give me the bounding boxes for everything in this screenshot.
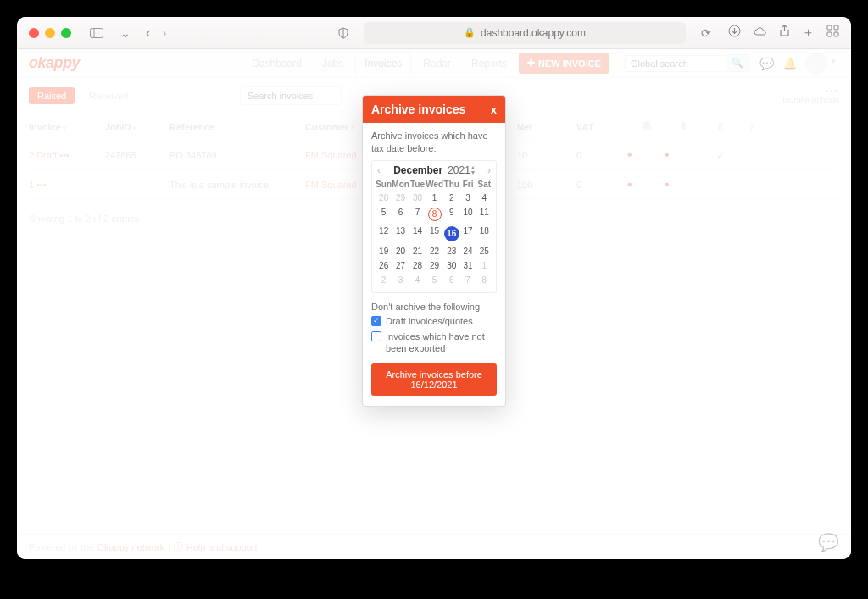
user-avatar[interactable]	[805, 53, 827, 75]
tab-received[interactable]: Received	[80, 86, 137, 105]
bell-icon[interactable]: 🔔	[782, 57, 797, 70]
calendar-day[interactable]: 29	[426, 258, 443, 273]
calendar-day[interactable]: 28	[409, 258, 426, 273]
calendar-day[interactable]: 12	[376, 224, 392, 244]
cell-print-status[interactable]: •	[627, 177, 665, 192]
calendar-day[interactable]: 1	[426, 191, 443, 205]
search-invoices-input[interactable]	[240, 86, 342, 105]
calendar-day[interactable]: 13	[392, 224, 409, 244]
address-bar[interactable]: 🔒 dashboard.okappy.com	[364, 22, 686, 44]
lock-icon: 🔒	[464, 27, 476, 38]
nav-radar[interactable]: Radar	[415, 53, 459, 75]
calendar-day[interactable]: 5	[376, 205, 392, 224]
chat-icon[interactable]: 💬	[760, 57, 774, 70]
th-invoice[interactable]: Invoice	[29, 122, 105, 132]
cell-download-status[interactable]: •	[665, 147, 702, 163]
exclude-drafts-row[interactable]: Draft invoices/quotes	[371, 315, 497, 327]
calendar-day: 28	[376, 191, 392, 205]
archive-submit-button[interactable]: Archive invoices before 16/12/2021	[371, 363, 497, 396]
footer-network-link[interactable]: Okappy network	[97, 542, 164, 552]
dow-header: Mon	[392, 178, 409, 191]
cell-invoice[interactable]: 1 •••	[29, 180, 105, 190]
nav-reports[interactable]: Reports	[463, 53, 515, 75]
calendar-day[interactable]: 6	[392, 205, 409, 224]
nav-back-button[interactable]: ‹	[146, 25, 150, 41]
nav-invoices[interactable]: Invoices	[355, 52, 411, 75]
cell-check[interactable]: ✓	[702, 149, 739, 162]
cell-download-status[interactable]: •	[665, 177, 702, 192]
th-pound-icon[interactable]: £	[702, 120, 739, 133]
calendar-day[interactable]: 18	[476, 224, 492, 244]
exclude-unexported-checkbox[interactable]	[371, 331, 381, 341]
calendar-day[interactable]: 3	[459, 191, 476, 205]
calendar-day[interactable]: 7	[409, 205, 426, 224]
global-search-input[interactable]	[625, 55, 726, 72]
calendar-day[interactable]: 8	[426, 205, 443, 224]
datepicker-year[interactable]: 2021 ▴▾	[448, 164, 475, 176]
calendar-day[interactable]: 10	[459, 205, 476, 224]
exclude-drafts-checkbox[interactable]	[371, 316, 381, 326]
minimize-window-button[interactable]	[45, 28, 55, 38]
calendar-day[interactable]: 20	[392, 244, 409, 258]
svg-rect-3	[827, 25, 832, 30]
calendar-day[interactable]: 23	[443, 244, 459, 258]
cloud-icon[interactable]	[753, 25, 767, 41]
th-net[interactable]: Net	[517, 122, 576, 132]
nav-dashboard[interactable]: Dashboard	[243, 53, 310, 75]
chevron-down-icon[interactable]: ⌄	[117, 25, 134, 42]
calendar-day[interactable]: 9	[443, 205, 459, 224]
calendar-day[interactable]: 17	[459, 224, 476, 244]
calendar-day: 6	[443, 273, 459, 287]
maximize-window-button[interactable]	[61, 28, 71, 38]
share-icon[interactable]	[779, 25, 790, 41]
th-reference[interactable]: Reference	[170, 122, 305, 132]
th-expand-icon[interactable]: ›	[739, 120, 765, 133]
calendar-day[interactable]: 14	[409, 224, 426, 244]
exclude-drafts-label: Draft invoices/quotes	[386, 315, 473, 327]
datepicker-month[interactable]: December	[393, 164, 442, 176]
tab-raised[interactable]: Raised	[29, 87, 75, 104]
privacy-shield-icon[interactable]	[335, 25, 352, 42]
calendar-day[interactable]: 24	[459, 244, 476, 258]
close-window-button[interactable]	[29, 28, 39, 38]
calendar-day[interactable]: 15	[426, 224, 443, 244]
next-month-button[interactable]: ›	[487, 164, 491, 176]
modal-close-button[interactable]: x	[491, 103, 497, 116]
sidebar-toggle-icon[interactable]	[85, 25, 108, 42]
calendar-day[interactable]: 19	[376, 244, 392, 258]
reload-icon[interactable]: ⟳	[698, 25, 715, 42]
cell-invoice[interactable]: 2 Draft •••	[29, 150, 105, 160]
cell-print-status[interactable]: •	[627, 147, 665, 163]
nav-forward-button[interactable]: ›	[162, 25, 166, 41]
new-invoice-button[interactable]: ✚NEW INVOICE	[519, 53, 609, 74]
footer-help-link[interactable]: Help and support	[186, 542, 258, 552]
dow-header: Wed	[426, 178, 443, 191]
new-tab-icon[interactable]: ＋	[802, 25, 815, 41]
calendar-day[interactable]: 2	[443, 191, 459, 205]
calendar-day[interactable]: 31	[459, 258, 476, 273]
calendar-day[interactable]: 25	[476, 244, 492, 258]
logo[interactable]: okappy	[29, 54, 80, 72]
th-vat[interactable]: VAT	[576, 122, 627, 132]
traffic-lights	[29, 28, 71, 38]
tab-overview-icon[interactable]	[826, 25, 839, 41]
invoice-options[interactable]: ••• Invoice options	[782, 86, 839, 105]
browser-titlebar: ⌄ ‹ › 🔒 dashboard.okappy.com ⟳ ＋	[17, 17, 851, 49]
calendar-day[interactable]: 11	[476, 205, 492, 224]
calendar-day[interactable]: 16	[443, 224, 459, 244]
calendar-day[interactable]: 21	[409, 244, 426, 258]
prev-month-button[interactable]: ‹	[377, 164, 381, 176]
exclude-unexported-row[interactable]: Invoices which have not been exported	[371, 330, 497, 355]
nav-jobs[interactable]: Jobs	[314, 53, 352, 75]
calendar-day[interactable]: 30	[443, 258, 459, 273]
calendar-day[interactable]: 26	[376, 258, 392, 273]
calendar-day[interactable]: 4	[476, 191, 492, 205]
th-download-icon[interactable]: ⬇	[665, 120, 702, 133]
th-print-icon[interactable]: 🖶	[627, 120, 665, 133]
chat-bubble-icon[interactable]: 💬	[818, 532, 839, 552]
global-search-button[interactable]: 🔍	[726, 54, 749, 72]
download-icon[interactable]	[728, 25, 741, 41]
calendar-day[interactable]: 22	[426, 244, 443, 258]
th-jobid[interactable]: JobID	[105, 122, 170, 132]
calendar-day[interactable]: 27	[392, 258, 409, 273]
